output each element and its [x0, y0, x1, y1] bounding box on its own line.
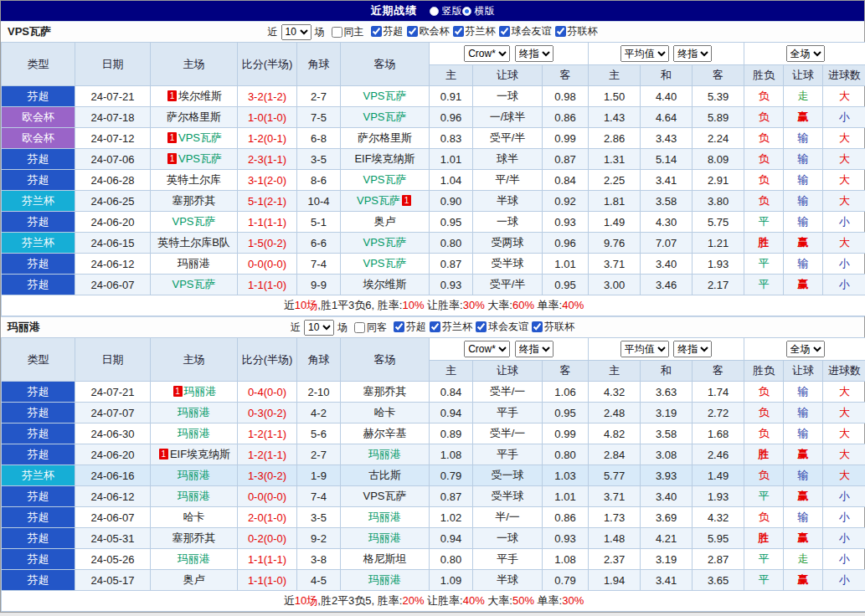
ah-away-odds-cell: 0.87	[543, 149, 589, 170]
odds-stage-select[interactable]: 终指	[515, 341, 553, 357]
home-team-cell: 英特土尔库	[151, 170, 238, 191]
average-odds-select[interactable]: 平均值	[620, 341, 669, 357]
checkbox-input[interactable]	[453, 26, 464, 37]
competition-checkbox-芬兰杯[interactable]: 芬兰杯	[430, 320, 472, 334]
away-team-name: 埃尔维斯	[363, 278, 407, 290]
red-card-badge: 1	[402, 195, 411, 206]
goals-result-cell: 小	[823, 254, 865, 275]
home-team-cell: 1EIF埃克纳斯	[151, 444, 238, 465]
competition-cell: 芬超	[2, 486, 75, 507]
same-venue-checkbox[interactable]: 同主	[332, 25, 364, 39]
col-header-home: 主场	[151, 43, 238, 86]
team-section: 玛丽港 近 10 场 同客 芬超芬兰杯球会友谊芬联杯 类型 日期 主场	[1, 316, 864, 612]
average-odds-select[interactable]: 平均值	[620, 45, 669, 62]
summary-row: 近10场,胜1平3负6, 胜率:10% 让胜率:30% 大率:60% 单率:40…	[2, 295, 865, 316]
match-count-select[interactable]: 10	[304, 320, 334, 336]
checkbox-input[interactable]	[499, 26, 510, 37]
ah-home-odds-cell: 0.94	[430, 403, 473, 424]
ah-home-odds-cell: 1.01	[430, 149, 473, 170]
sub-col-header: 主	[430, 65, 473, 86]
scope-select[interactable]: 全场	[786, 45, 825, 62]
competition-checkbox-芬超[interactable]: 芬超	[394, 320, 426, 334]
checkbox-input[interactable]	[371, 26, 382, 37]
corners-cell: 2-10	[297, 382, 341, 403]
competition-checkbox-球会友谊[interactable]: 球会友谊	[499, 24, 552, 38]
scope-select[interactable]: 全场	[786, 341, 825, 357]
checkbox-input[interactable]	[430, 321, 440, 332]
avg-home-odds-cell: 4.32	[589, 382, 641, 403]
odds-stage-select[interactable]: 终指	[515, 45, 553, 62]
ah-away-odds-cell: 0.84	[543, 170, 589, 191]
team-section: VPS瓦萨 近 10 场 同主 芬超欧会杯芬兰杯球会友谊芬联杯 类型 日期 主场	[1, 21, 864, 316]
summary-segment: 让胜率:	[424, 299, 462, 311]
checkbox-input[interactable]	[532, 321, 543, 332]
away-team-cell: 哈卡	[341, 403, 430, 424]
layout-radio-横版[interactable]: 横版	[462, 4, 495, 18]
away-team-name: 格尼斯坦	[363, 552, 407, 565]
avg-draw-odds-cell: 3.46	[641, 275, 693, 295]
recent-results-page: 近期战绩 竖版横版 VPS瓦萨 近 10 场 同主 芬超欧会杯芬兰杯球会友谊芬联…	[0, 0, 865, 613]
checkbox-input[interactable]	[354, 322, 365, 333]
goals-result-cell: 小	[823, 549, 865, 570]
summary-segment: 60%	[512, 299, 534, 311]
bookmaker-select[interactable]: Crow*	[464, 341, 510, 357]
outcome-result-cell: 负	[744, 191, 784, 212]
ah-line-cell: 一球	[473, 528, 543, 549]
handicap-result-cell: 赢	[784, 444, 823, 465]
match-row: 芬超24-07-061VPS瓦萨2-3(1-1)3-5EIF埃克纳斯1.01球半…	[2, 149, 865, 170]
checkbox-label: 芬联杯	[568, 24, 598, 38]
score-cell: 1-1(1-0)	[238, 570, 297, 591]
checkbox-input[interactable]	[407, 26, 418, 37]
score-cell: 5-1(2-1)	[238, 191, 297, 212]
date-cell: 24-07-07	[75, 403, 151, 424]
away-team-cell: 奥卢	[341, 212, 430, 233]
competition-checkbox-芬兰杯[interactable]: 芬兰杯	[453, 24, 496, 38]
handicap-result-cell: 输	[784, 382, 823, 403]
match-row: 欧会杯24-07-121VPS瓦萨1-2(0-1)6-8萨尔格里斯0.83受平/…	[2, 128, 865, 149]
competition-checkbox-芬联杯[interactable]: 芬联杯	[532, 320, 574, 334]
home-team-name: 埃尔维斯	[178, 90, 222, 102]
competition-checkbox-欧会杯[interactable]: 欧会杯	[407, 24, 450, 38]
ah-line-cell: 受平/半	[473, 128, 543, 149]
competition-cell: 芬超	[2, 444, 75, 465]
match-row: 芬超24-06-201EIF埃克纳斯1-2(1-1)2-7玛丽港1.08平手0.…	[2, 444, 865, 465]
match-row: 芬超24-07-211埃尔维斯3-2(1-2)2-7VPS瓦萨0.91一球0.9…	[2, 86, 865, 107]
competition-checkbox-球会友谊[interactable]: 球会友谊	[476, 320, 528, 334]
goals-result-cell: 小	[823, 486, 865, 507]
outcome-result-cell: 胜	[744, 444, 784, 465]
goals-result-cell: 小	[823, 528, 865, 549]
away-team-cell: 玛丽港	[341, 444, 430, 465]
competition-checkbox-芬联杯[interactable]: 芬联杯	[555, 24, 598, 38]
competition-checkbox-芬超[interactable]: 芬超	[371, 24, 404, 38]
home-team-name: 玛丽港	[178, 469, 210, 481]
bookmaker-select[interactable]: Crow*	[464, 45, 510, 62]
away-team-name: 玛丽港	[368, 511, 401, 523]
home-team-cell: 1玛丽港	[151, 382, 238, 403]
avg-away-odds-cell: 1.93	[693, 254, 744, 275]
away-team-name: VPS瓦萨	[363, 257, 406, 270]
checkbox-input[interactable]	[332, 27, 342, 38]
col-header-date: 日期	[75, 338, 151, 382]
competition-cell: 芬超	[2, 275, 75, 295]
summary-segment: 40%	[463, 594, 485, 607]
match-count-select[interactable]: 10	[281, 24, 312, 40]
odds-stage-select-2[interactable]: 终指	[673, 341, 712, 357]
ah-line-cell: 一球	[473, 212, 543, 233]
avg-away-odds-cell: 2.24	[693, 128, 744, 149]
summary-text: 近10场,胜2平3负5, 胜率:20% 让胜率:40% 大率:50% 单率:30…	[2, 591, 865, 612]
checkbox-input[interactable]	[555, 26, 566, 37]
outcome-result-cell: 平	[744, 486, 784, 507]
layout-radio-竖版[interactable]: 竖版	[430, 4, 462, 18]
ah-away-odds-cell: 0.95	[543, 403, 589, 424]
checkbox-label: 球会友谊	[512, 24, 552, 38]
home-team-cell: 玛丽港	[151, 403, 238, 424]
team-name: VPS瓦萨	[8, 24, 51, 39]
away-team-cell: 赫尔辛基	[341, 424, 430, 444]
avg-home-odds-cell: 1.81	[589, 191, 641, 212]
away-team-name: VPS瓦萨	[363, 173, 406, 186]
same-venue-checkbox[interactable]: 同客	[354, 321, 387, 335]
checkbox-input[interactable]	[394, 321, 404, 332]
checkbox-input[interactable]	[476, 321, 487, 332]
avg-draw-odds-cell: 4.21	[641, 528, 693, 549]
odds-stage-select-2[interactable]: 终指	[673, 45, 712, 62]
